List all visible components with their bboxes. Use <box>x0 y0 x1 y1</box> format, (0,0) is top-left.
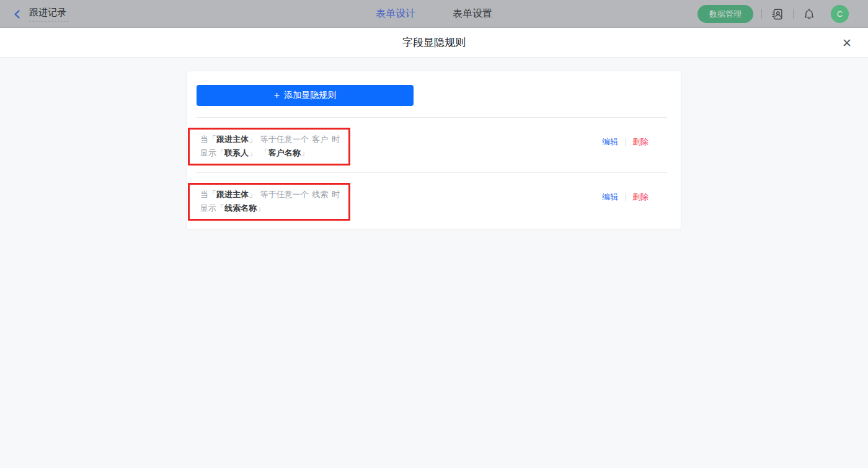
rule-show-field: 线索名称 <box>224 203 257 213</box>
rule-operator: 等于任意一个 <box>260 135 309 144</box>
topbar-left: 跟进记录 <box>12 7 69 22</box>
rule-row: 当「跟进主体」 等于任意一个 客户 时 显示「联系人」 「客户名称」 编辑 删除 <box>197 118 667 172</box>
edit-rule-link[interactable]: 编辑 <box>602 192 618 203</box>
rule-suffix: 时 <box>332 190 340 199</box>
actions-separator <box>625 138 626 146</box>
notification-bell-icon[interactable] <box>802 7 817 22</box>
edit-rule-link[interactable]: 编辑 <box>602 136 618 148</box>
rule-2-condition-line: 当「跟进主体」 等于任意一个 线索 时 <box>200 188 340 201</box>
bracket: 」 <box>249 190 257 199</box>
rule-operator: 等于任意一个 <box>260 190 309 199</box>
rule-2-annotation: 当「跟进主体」 等于任意一个 线索 时 显示「线索名称」 <box>188 183 350 221</box>
close-icon[interactable]: ✕ <box>841 35 853 50</box>
rule-actions: 编辑 删除 <box>602 136 649 148</box>
bracket: 」 <box>249 135 257 144</box>
rule-value: 客户 <box>312 135 328 144</box>
data-manage-button[interactable]: 数据管理 <box>698 5 753 23</box>
delete-rule-link[interactable]: 删除 <box>632 136 649 148</box>
topbar-tabs: 表单设计 表单设置 <box>376 0 492 28</box>
rule-show-label: 显示 <box>200 148 216 157</box>
rule-2-action-line: 显示「线索名称」 <box>200 201 340 215</box>
rule-when-label: 当 <box>200 190 208 199</box>
bracket: 」 <box>301 148 309 157</box>
rule-1-condition-line: 当「跟进主体」 等于任意一个 客户 时 <box>200 133 340 146</box>
bracket: 「 <box>260 148 268 157</box>
rule-actions: 编辑 删除 <box>602 192 649 203</box>
topbar-separator <box>761 9 762 19</box>
rule-1-annotation: 当「跟进主体」 等于任意一个 客户 时 显示「联系人」 「客户名称」 <box>188 128 350 166</box>
bracket: 「 <box>208 135 216 144</box>
contacts-book-icon[interactable] <box>770 7 785 22</box>
plus-icon: + <box>274 90 280 101</box>
rule-when-label: 当 <box>200 135 208 144</box>
bracket: 」 <box>257 203 265 213</box>
back-icon[interactable] <box>12 9 22 19</box>
add-rule-button-label: 添加显隐规则 <box>284 90 336 101</box>
delete-rule-link[interactable]: 删除 <box>632 192 649 203</box>
rule-show-label: 显示 <box>200 203 216 213</box>
rule-show-field: 客户名称 <box>268 148 301 157</box>
tab-form-settings[interactable]: 表单设置 <box>453 7 492 20</box>
modal-body: + 添加显隐规则 当「跟进主体」 等于任意一个 客户 时 显示「联系人」 「客户… <box>0 71 868 468</box>
rule-value: 线索 <box>312 190 328 199</box>
rule-condition-field: 跟进主体 <box>216 135 249 144</box>
topbar-separator <box>793 9 794 19</box>
rule-1-action-line: 显示「联系人」 「客户名称」 <box>200 146 340 160</box>
actions-separator <box>625 193 626 201</box>
rule-show-field: 联系人 <box>224 148 249 157</box>
form-title[interactable]: 跟进记录 <box>29 7 69 22</box>
bracket: 「 <box>216 203 224 213</box>
bracket: 」 <box>249 148 257 157</box>
topbar-right: 数据管理 C <box>698 5 868 23</box>
add-rule-button[interactable]: + 添加显隐规则 <box>197 85 414 106</box>
rule-condition-field: 跟进主体 <box>216 190 249 199</box>
rule-row: 当「跟进主体」 等于任意一个 线索 时 显示「线索名称」 编辑 删除 <box>197 173 667 227</box>
modal-title: 字段显隐规则 <box>402 35 466 50</box>
modal-header: 字段显隐规则 ✕ <box>0 28 868 58</box>
topbar: 跟进记录 表单设计 表单设置 数据管理 C <box>0 0 868 28</box>
rule-suffix: 时 <box>332 135 340 144</box>
user-avatar[interactable]: C <box>831 5 849 23</box>
bracket: 「 <box>216 148 224 157</box>
bracket: 「 <box>208 190 216 199</box>
tab-form-design[interactable]: 表单设计 <box>376 7 415 20</box>
rules-card: + 添加显隐规则 当「跟进主体」 等于任意一个 客户 时 显示「联系人」 「客户… <box>186 71 681 229</box>
